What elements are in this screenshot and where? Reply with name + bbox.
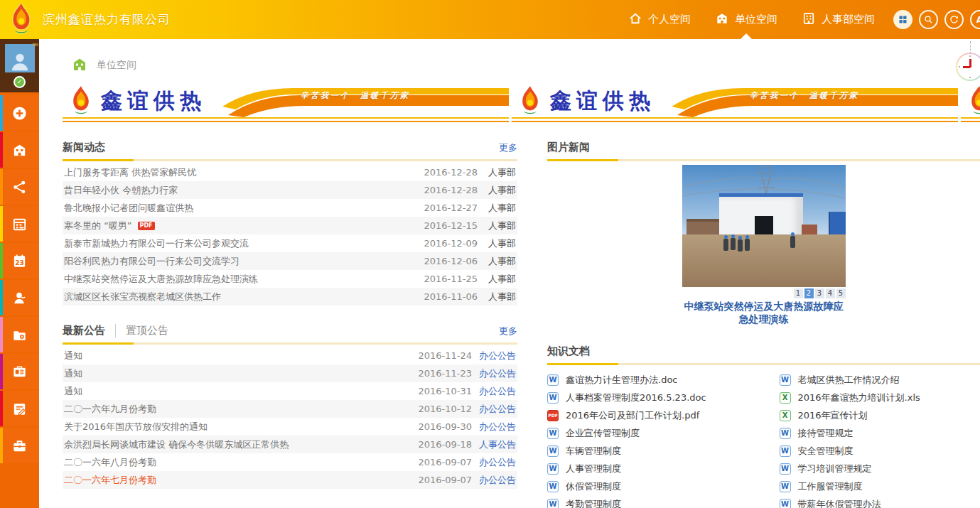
- announcement-title[interactable]: 二〇一六年九月份考勤: [64, 403, 415, 416]
- section-underline: [63, 159, 517, 161]
- photo-page-5[interactable]: 5: [836, 288, 846, 298]
- sidebar-item-share[interactable]: [0, 169, 39, 205]
- banner-slogan-text: 辛苦我一个 温暖千万家: [719, 90, 890, 101]
- news-item-dept: 人事部: [478, 184, 516, 197]
- sidebar-stripe: [0, 169, 3, 205]
- collapse-chevron-icon[interactable]: »»: [32, 40, 37, 49]
- announcements-more-link[interactable]: 更多: [499, 325, 517, 337]
- doc-link[interactable]: X2016年鑫谊热力培训计划.xls: [780, 389, 980, 406]
- sidebar-stripe: [0, 428, 3, 463]
- apps-grid-button[interactable]: [893, 10, 912, 29]
- banner-image: 鑫谊供热辛苦我一个 温暖千万家: [512, 82, 958, 122]
- photo-page-2[interactable]: 2: [804, 288, 814, 298]
- doc-link[interactable]: W老城区供热工作情况介绍: [780, 371, 980, 389]
- doc-link[interactable]: W鑫谊热力计生管理办法.doc: [547, 371, 748, 389]
- doc-link[interactable]: X2016年宣传计划: [780, 406, 980, 424]
- main-content: 单位空间 鑫谊供热辛苦我一个 温暖千万家鑫谊供热辛苦我一个 温暖千万家鑫谊供热辛…: [39, 39, 980, 508]
- photo-page-4[interactable]: 4: [826, 288, 835, 298]
- top-nav: 个人空间单位空间人事部空间: [628, 0, 875, 39]
- announcement-row: 通知2016-10-31办公公告: [63, 382, 517, 400]
- section-underline: [63, 342, 517, 345]
- announcement-tab-0[interactable]: 最新公告: [63, 324, 105, 337]
- photo-caption-link[interactable]: 中继泵站突然停运及大唐热源故障应急处理演练: [682, 301, 846, 326]
- topnav-unit-space[interactable]: 单位空间: [715, 0, 777, 39]
- announcement-title[interactable]: 二〇一六年七月份考勤: [64, 474, 415, 487]
- announcement-tab-1[interactable]: 置顶公告: [115, 324, 168, 337]
- topnav-personal-space[interactable]: 个人空间: [628, 0, 691, 39]
- announcement-title[interactable]: 关于2016年国庆节放假安排的通知: [64, 421, 415, 433]
- doc-link[interactable]: W带薪年休假管理办法: [780, 495, 980, 508]
- news-row: 阳谷利民热力有限公司一行来公司交流学习2016-12-06人事部: [63, 252, 517, 270]
- announcement-category-link[interactable]: 办公公告: [472, 350, 516, 362]
- announcement-row: 二〇一六年八月份考勤2016-09-07办公公告: [63, 453, 517, 471]
- news-item-title[interactable]: 中继泵站突然停运及大唐热源故障应急处理演练: [64, 273, 421, 286]
- doc-link[interactable]: W人事管理制度: [547, 460, 748, 477]
- announcement-category-link[interactable]: 办公公告: [472, 385, 516, 398]
- doc-link[interactable]: W安全管理制度: [780, 442, 980, 460]
- announcement-category-link[interactable]: 办公公告: [472, 367, 516, 380]
- news-row: 中继泵站突然停运及大唐热源故障应急处理演练2016-11-25人事部: [63, 270, 517, 288]
- photo-page-3[interactable]: 3: [815, 288, 824, 298]
- photo-news-section-title: 图片新闻: [547, 141, 590, 154]
- banner-image: 鑫谊供热辛苦我一个 温暖千万家: [63, 82, 509, 122]
- sidebar-item-schedule[interactable]: [0, 206, 39, 242]
- doc-name: 2016年鑫谊热力培训计划.xls: [798, 391, 920, 404]
- announcement-date: 2016-09-30: [415, 421, 472, 432]
- toolbox-icon: [11, 438, 28, 454]
- announcement-category-link[interactable]: 办公公告: [472, 456, 516, 469]
- doc-name: 安全管理制度: [798, 445, 854, 458]
- doc-name: 人事档案管理制度2016.5.23.doc: [566, 391, 706, 404]
- sidebar-item-contacts[interactable]: [0, 280, 39, 315]
- photo-page-1[interactable]: 1: [794, 288, 803, 298]
- news-more-link[interactable]: 更多: [499, 141, 517, 154]
- sidebar-item-toolbox[interactable]: [0, 428, 39, 463]
- announcement-category-link[interactable]: 办公公告: [472, 403, 516, 416]
- add-icon: [11, 105, 28, 121]
- word-file-icon: W: [547, 481, 559, 492]
- announcement-title[interactable]: 通知: [64, 385, 415, 398]
- doc-link[interactable]: W考勤管理制度: [547, 495, 748, 508]
- doc-link[interactable]: W学习培训管理规定: [780, 460, 980, 477]
- sidebar-item-notes[interactable]: [0, 391, 39, 426]
- sidebar-profile: »» ✓: [0, 39, 39, 92]
- announcement-title[interactable]: 二〇一六年八月份考勤: [64, 456, 415, 469]
- banner-brand-text: 鑫谊供热: [101, 87, 206, 116]
- announcement-title[interactable]: 通知: [64, 367, 415, 380]
- sidebar-stripe: [0, 132, 3, 168]
- doc-link[interactable]: W工作服管理制度: [780, 477, 980, 495]
- announcement-category-link[interactable]: 办公公告: [472, 421, 516, 433]
- photo-news-image[interactable]: [682, 165, 846, 287]
- search-button[interactable]: [919, 10, 938, 29]
- doc-link[interactable]: PDF2016年公司及部门工作计划.pdf: [547, 406, 748, 424]
- news-item-title[interactable]: 阳谷利民热力有限公司一行来公司交流学习: [64, 255, 421, 268]
- announcement-date: 2016-10-12: [415, 404, 472, 414]
- doc-link[interactable]: W人事档案管理制度2016.5.23.doc: [547, 389, 748, 406]
- sidebar-item-badge[interactable]: [0, 354, 39, 389]
- news-item-title[interactable]: 新泰市新城热力有限公司一行来公司参观交流: [64, 237, 421, 250]
- doc-link[interactable]: W接待管理规定: [780, 424, 980, 442]
- news-item-title[interactable]: 寒冬里的 “暖男”PDF: [64, 220, 421, 232]
- refresh-button[interactable]: [944, 10, 964, 29]
- announcement-date: 2016-09-07: [415, 475, 472, 485]
- doc-link[interactable]: W企业宣传管理制度: [547, 424, 748, 442]
- word-file-icon: W: [780, 374, 791, 386]
- topnav-unit-space-icon: [715, 11, 729, 28]
- news-item-title[interactable]: 昔日年轻小伙 今朝热力行家: [64, 184, 421, 197]
- sidebar-item-home[interactable]: [0, 132, 39, 168]
- sidebar-item-calendar[interactable]: 23: [0, 243, 39, 279]
- topnav-hr-space[interactable]: 人事部空间: [802, 0, 875, 39]
- user-avatar-button[interactable]: A: [970, 10, 980, 29]
- sidebar-item-add[interactable]: [0, 95, 39, 131]
- news-item-title[interactable]: 上门服务零距离 供热管家解民忧: [64, 166, 421, 179]
- announcement-category-link[interactable]: 人事公告: [472, 438, 516, 451]
- doc-name: 带薪年休假管理办法: [798, 498, 881, 508]
- announcement-category-link[interactable]: 办公公告: [472, 474, 516, 487]
- announcement-title[interactable]: 通知: [64, 350, 415, 362]
- news-item-title[interactable]: 鲁北晚报小记者团问暖鑫谊供热: [64, 202, 421, 215]
- sidebar-item-documents[interactable]: [0, 317, 39, 352]
- doc-link[interactable]: W休假管理制度: [547, 477, 748, 495]
- user-avatar[interactable]: [5, 44, 35, 72]
- doc-link[interactable]: W车辆管理制度: [547, 442, 748, 460]
- announcement-title[interactable]: 佘洪烈局长网谈城市建设 确保今冬供暖东城区正常供热: [64, 438, 415, 451]
- news-item-title[interactable]: 滨城区区长张宝亮视察老城区供热工作: [64, 291, 421, 303]
